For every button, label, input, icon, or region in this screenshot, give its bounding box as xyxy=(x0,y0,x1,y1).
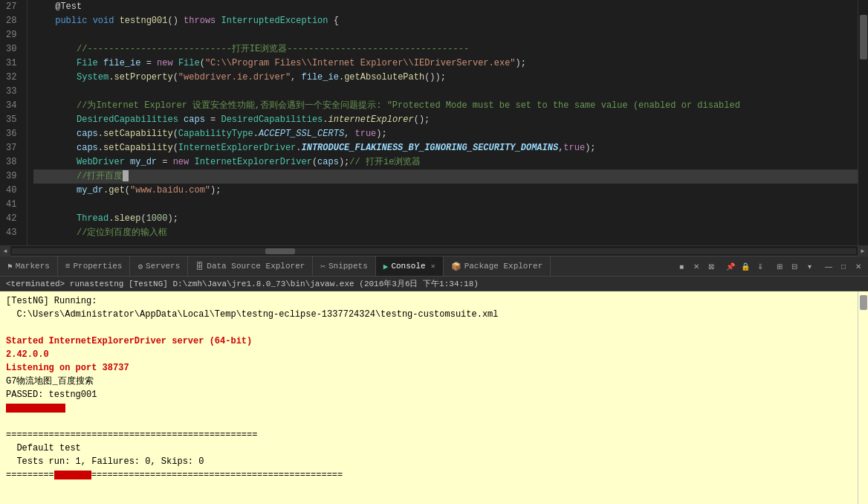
code-line-31: File file_ie = new File("C:\\Program Fil… xyxy=(33,56,858,71)
line-numbers: 27 28 29 30 31 32 33 34 35 36 37 38 39 4… xyxy=(0,0,27,245)
status-text: <terminated> runastestng [TestNG] D:\zmh… xyxy=(6,278,479,289)
toolbar-minimize-btn[interactable]: — xyxy=(822,259,835,273)
console-line-2: C:\Users\Administrator\AppData\Local\Tem… xyxy=(6,308,852,321)
code-line-43: //定位到百度的输入框 xyxy=(33,226,858,240)
toolbar-close2-btn[interactable]: ✕ xyxy=(852,259,865,273)
console-line-4: Started InternetExplorerDriver server (6… xyxy=(6,335,852,348)
console-line-default: Default test xyxy=(6,442,852,455)
code-line-34: //为Internet Explorer 设置安全性功能,否则会遇到一个安全问题… xyxy=(33,99,858,113)
code-line-41 xyxy=(33,198,858,212)
red-bar-1 xyxy=(6,404,65,413)
toolbar-stop-btn[interactable]: ■ xyxy=(675,259,688,273)
tab-datasource[interactable]: 🗄 Data Source Explorer xyxy=(188,256,313,276)
toolbar-closeall-btn[interactable]: ⊠ xyxy=(705,259,718,273)
console-line-6: Listening on port 38737 xyxy=(6,361,852,375)
toolbar-newcon-btn[interactable]: ⊞ xyxy=(773,259,786,273)
console-output[interactable]: [TestNG] Running: C:\Users\Administrator… xyxy=(0,291,858,504)
horizontal-scrollbar[interactable]: ◀ ▶ xyxy=(0,245,868,256)
code-line-40: my_dr.get("www.baidu.com"); xyxy=(33,184,858,198)
code-content[interactable]: @Test public void testng001() throws Int… xyxy=(27,0,858,245)
console-line-blank1 xyxy=(6,321,852,335)
toolbar-menu-btn[interactable]: ▾ xyxy=(803,259,816,273)
code-line-38: WebDriver my_dr = new InternetExplorerDr… xyxy=(33,155,858,169)
console-line-tests: Tests run: 1, Failures: 0, Skips: 0 xyxy=(6,455,852,468)
editor-scrollbar-thumb[interactable] xyxy=(860,15,867,59)
scroll-left-btn[interactable]: ◀ xyxy=(0,246,10,256)
datasource-icon: 🗄 xyxy=(195,262,204,271)
code-line-35: DesiredCapabilities caps = DesiredCapabi… xyxy=(33,113,858,127)
console-line-sep2: ========================================… xyxy=(6,468,852,482)
tab-console-label: Console xyxy=(391,262,425,271)
console-line-7: G7物流地图_百度搜索 xyxy=(6,375,852,388)
console-close-icon[interactable]: ✕ xyxy=(431,262,435,271)
editor-scrollbar[interactable] xyxy=(858,0,868,245)
code-line-27: @Test xyxy=(33,0,858,14)
console-icon: ▶ xyxy=(383,262,389,271)
editor-area: 27 28 29 30 31 32 33 34 35 36 37 38 39 4… xyxy=(0,0,868,245)
code-line-30: //---------------------------打开IE浏览器----… xyxy=(33,42,858,56)
tabs-bar: ⚑ Markers ≡ Properties ⚙ Servers 🗄 Data … xyxy=(0,256,868,277)
console-scrollbar-thumb[interactable] xyxy=(860,295,867,310)
red-bar-2 xyxy=(54,471,91,479)
properties-icon: ≡ xyxy=(65,262,71,271)
tab-snippets[interactable]: ✂ Snippets xyxy=(313,256,375,276)
tab-snippets-label: Snippets xyxy=(328,262,368,271)
servers-icon: ⚙ xyxy=(137,262,143,271)
tab-toolbar: ■ ✕ ⊠ 📌 🔒 ⇓ ⊞ ⊟ ▾ — □ ✕ xyxy=(672,256,868,276)
code-line-36: caps.setCapability(CapabilityType.ACCEPT… xyxy=(33,127,858,141)
toolbar-sep2 xyxy=(768,259,771,273)
status-bar: <terminated> runastestng [TestNG] D:\zmh… xyxy=(0,277,868,291)
console-line-5: 2.42.0.0 xyxy=(6,348,852,361)
toolbar-display-btn[interactable]: ⊟ xyxy=(788,259,801,273)
package-explorer-icon: 📦 xyxy=(451,262,461,271)
tab-package-explorer-label: Package Explorer xyxy=(464,262,543,271)
toolbar-maximize-btn[interactable]: □ xyxy=(837,259,850,273)
toolbar-scroll-lock-btn[interactable]: ⇓ xyxy=(754,259,767,273)
code-line-28: public void testng001() throws Interrupt… xyxy=(33,14,858,28)
tab-servers[interactable]: ⚙ Servers xyxy=(130,256,188,276)
h-scrollbar-track[interactable] xyxy=(12,248,856,254)
markers-icon: ⚑ xyxy=(7,262,13,271)
console-line-blank2 xyxy=(6,415,852,428)
tab-properties-label: Properties xyxy=(73,262,122,271)
toolbar-close-btn[interactable]: ✕ xyxy=(690,259,703,273)
snippets-icon: ✂ xyxy=(320,262,326,271)
tab-datasource-label: Data Source Explorer xyxy=(207,262,305,271)
scroll-right-btn[interactable]: ▶ xyxy=(858,246,868,256)
toolbar-pin-btn[interactable]: 📌 xyxy=(724,259,737,273)
toolbar-sep1 xyxy=(719,259,722,273)
code-line-39: //打开百度 xyxy=(33,169,858,184)
tab-markers-label: Markers xyxy=(16,262,50,271)
code-line-33 xyxy=(33,85,858,99)
console-wrapper: [TestNG] Running: C:\Users\Administrator… xyxy=(0,291,868,504)
console-scrollbar[interactable] xyxy=(858,291,868,504)
code-line-29 xyxy=(33,28,858,42)
code-line-37: caps.setCapability(InternetExplorerDrive… xyxy=(33,141,858,155)
code-line-32: System.setProperty("webdriver.ie.driver"… xyxy=(33,71,858,85)
console-line-redbar xyxy=(6,401,852,415)
console-line-sep1: ========================================… xyxy=(6,428,852,442)
tab-console[interactable]: ▶ Console ✕ xyxy=(376,256,444,276)
console-line-1: [TestNG] Running: xyxy=(6,294,852,308)
tab-markers[interactable]: ⚑ Markers xyxy=(0,256,58,276)
console-line-8: PASSED: testng001 xyxy=(6,388,852,401)
toolbar-sep3 xyxy=(817,259,820,273)
tab-properties[interactable]: ≡ Properties xyxy=(58,256,131,276)
tab-package-explorer[interactable]: 📦 Package Explorer xyxy=(444,256,551,276)
code-line-42: Thread.sleep(1000); xyxy=(33,212,858,226)
h-scrollbar-thumb[interactable] xyxy=(265,248,295,254)
toolbar-lock-btn[interactable]: 🔒 xyxy=(739,259,752,273)
tab-servers-label: Servers xyxy=(146,262,180,271)
